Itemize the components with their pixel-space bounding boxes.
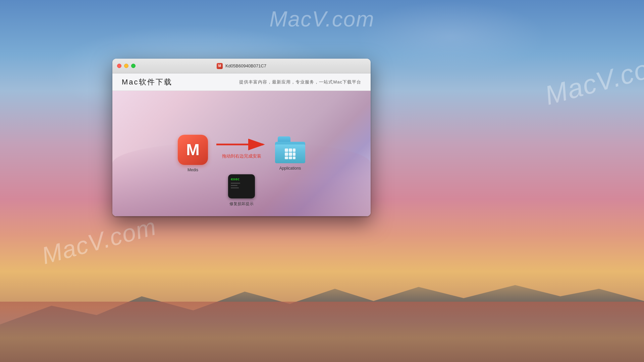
medis-icon[interactable]: M bbox=[178, 135, 208, 165]
traffic-lights bbox=[117, 64, 136, 68]
exec-icon[interactable]: exec bbox=[228, 174, 255, 198]
svg-rect-10 bbox=[293, 157, 296, 159]
applications-folder-icon[interactable] bbox=[275, 136, 305, 163]
app-icon-medis-wrapper[interactable]: M Medis bbox=[178, 135, 208, 172]
water-reflection bbox=[0, 302, 644, 362]
folder-front bbox=[275, 144, 305, 163]
window-title-area: M Kd05B60940B071C7 bbox=[217, 63, 266, 69]
svg-rect-8 bbox=[285, 157, 288, 159]
window-title: Kd05B60940B071C7 bbox=[225, 63, 266, 68]
folder-tab bbox=[278, 136, 290, 142]
svg-rect-4 bbox=[293, 148, 296, 152]
minimize-button[interactable] bbox=[124, 64, 128, 68]
drag-hint-text: 拖动到右边完成安装 bbox=[222, 153, 261, 159]
drag-arrow bbox=[215, 138, 268, 151]
close-button[interactable] bbox=[117, 64, 121, 68]
exec-label: 修复损坏提示 bbox=[229, 201, 254, 207]
svg-rect-2 bbox=[285, 148, 288, 152]
site-logo: Mac软件下载 bbox=[122, 77, 172, 87]
applications-icon-wrapper[interactable]: Applications bbox=[275, 136, 305, 171]
exec-text: exec bbox=[231, 177, 252, 181]
maximize-button[interactable] bbox=[131, 64, 136, 68]
svg-rect-9 bbox=[289, 157, 292, 159]
title-icon: M bbox=[217, 63, 223, 69]
title-bar: M Kd05B60940B071C7 bbox=[112, 59, 371, 73]
applications-label: Applications bbox=[279, 166, 301, 171]
svg-rect-3 bbox=[289, 148, 292, 152]
drag-arrow-wrapper: 拖动到右边完成安装 bbox=[215, 138, 268, 159]
header-bar: Mac软件下载 提供丰富内容，最新应用，专业服务，一站式Mac下载平台 bbox=[112, 73, 371, 91]
dmg-window: M Kd05B60940B071C7 Mac软件下载 提供丰富内容，最新应用，专… bbox=[112, 59, 371, 216]
svg-rect-6 bbox=[289, 153, 292, 156]
medis-m-letter: M bbox=[186, 142, 200, 158]
medis-label: Medis bbox=[187, 168, 198, 172]
folder-app-icon bbox=[284, 148, 296, 160]
svg-rect-7 bbox=[293, 153, 296, 156]
svg-rect-5 bbox=[285, 153, 288, 156]
dmg-content: M Medis 拖动到右边完成安装 bbox=[112, 91, 371, 216]
site-tagline: 提供丰富内容，最新应用，专业服务，一站式Mac下载平台 bbox=[239, 79, 361, 85]
exec-icon-wrapper[interactable]: exec 修复损坏提示 bbox=[228, 174, 255, 207]
